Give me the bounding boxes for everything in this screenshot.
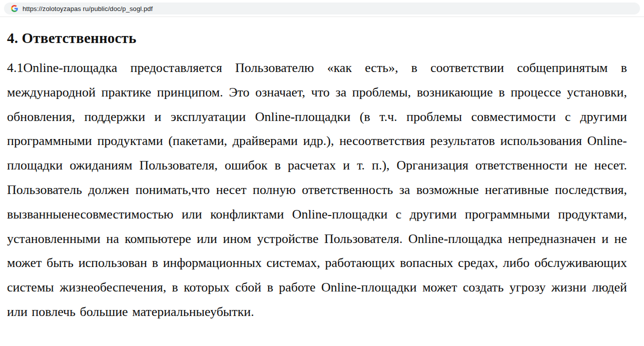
- google-g-icon: [11, 5, 18, 12]
- section-paragraph: 4.1Online-площадка предоставляется Польз…: [7, 56, 627, 324]
- address-bar[interactable]: https://zolotoyzapas ru/public/doc/p_sog…: [4, 2, 640, 14]
- url-text: https://zolotoyzapas ru/public/doc/p_sog…: [23, 5, 153, 12]
- pdf-page: 4. Ответственность 4.1Online-площадка пр…: [0, 17, 644, 324]
- section-heading: 4. Ответственность: [7, 30, 627, 46]
- browser-chrome: https://zolotoyzapas ru/public/doc/p_sog…: [0, 0, 644, 17]
